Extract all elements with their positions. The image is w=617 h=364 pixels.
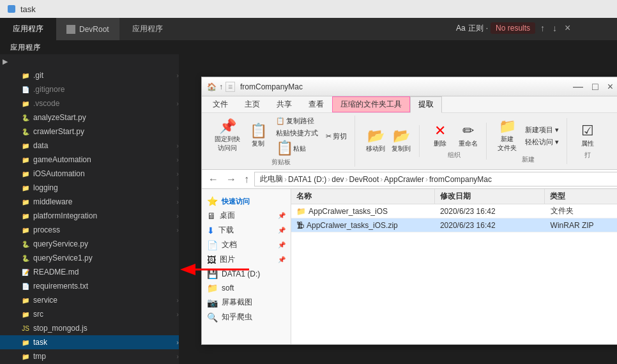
tree-item-label: .vscode — [33, 99, 59, 108]
find-up-button[interactable]: ↑ — [538, 22, 547, 34]
nav-zhihu[interactable]: 🔍 知乎爬虫 — [202, 310, 291, 324]
nav-data1[interactable]: 💾 DATA1 (D:) — [202, 267, 291, 281]
tree-item-task[interactable]: 📁 task › — [0, 335, 179, 349]
pasteshortcut-button[interactable]: 粘贴快捷方式 — [273, 128, 321, 139]
copy-button[interactable]: 📋 复制 — [245, 123, 271, 149]
tree-item-data[interactable]: 📁 data › — [0, 139, 179, 153]
path-dev: dev — [331, 175, 344, 184]
find-close-button[interactable]: × — [565, 22, 570, 34]
tab-label: 应用程序 — [13, 24, 43, 34]
tree-item-stopmongod[interactable]: JS stop_mongod.js — [0, 321, 179, 335]
drive-icon: 💾 — [207, 269, 218, 279]
props-button[interactable]: ☑ 属性 — [575, 123, 600, 149]
back-button[interactable]: ← — [206, 172, 221, 186]
tree-item-git[interactable]: 📁 .git › — [0, 68, 179, 82]
new-sub-group: 新建项目 ▾ 轻松访问 ▾ — [522, 125, 561, 148]
tree-item-vscode[interactable]: 📁 .vscode › — [0, 96, 179, 110]
tree-item-analyzestart[interactable]: 🐍 analyzeStart.py — [0, 110, 179, 125]
find-down-button[interactable]: ↓ — [550, 22, 560, 34]
delete-button[interactable]: ✕ 删除 — [427, 123, 453, 149]
maximize-button[interactable]: □ — [588, 80, 602, 94]
tree-item-middleware[interactable]: 📁 middleware › — [0, 195, 179, 209]
nav-screenshot[interactable]: 📷 屏幕截图 — [202, 295, 291, 310]
copypath-label: 复制路径 — [286, 116, 314, 126]
easyaccess-button[interactable]: 轻松访问 ▾ — [522, 137, 561, 148]
tree-item-src[interactable]: 📁 src › — [0, 307, 179, 321]
close-button[interactable]: × — [604, 80, 617, 94]
nav-desktop[interactable]: 🖥 桌面 📌 — [202, 208, 291, 223]
paste-group: 📋 复制路径 粘贴快捷方式 📋 粘贴 — [273, 116, 321, 156]
newfolder-button[interactable]: 📁 新建文件夹 — [494, 118, 520, 154]
file-row-folder[interactable]: 📁 AppCralwer_tasks_iOS 2020/6/23 16:42 文… — [291, 204, 617, 218]
tree-item-logging[interactable]: 📁 logging › — [0, 181, 179, 195]
copyto-label: 复制到 — [392, 144, 411, 153]
ribbon-group-items: ✕ 删除 ✏ 重命名 — [427, 123, 481, 149]
tree-item-label: requirements.txt — [33, 282, 88, 291]
tree-item-crawlerstart[interactable]: 🐍 crawlerStart.py — [0, 125, 179, 139]
minimize-button[interactable]: — — [569, 80, 587, 94]
tree-item-requirements[interactable]: 📄 requirements.txt — [0, 279, 179, 293]
mac-topbar: task — [0, 0, 617, 18]
path-appcrawler: AppCrawler — [384, 175, 424, 184]
ribbon-tab-file[interactable]: 文件 — [204, 96, 236, 112]
nav-downloads[interactable]: ⬇ 下载 📌 — [202, 223, 291, 238]
ribbon-tab-zip[interactable]: 压缩的文件夹工具 — [332, 96, 410, 112]
nav-soft[interactable]: 📁 soft — [202, 281, 291, 295]
tab-devroot[interactable]: DevRoot — [56, 18, 119, 40]
file-modified-cell: 2020/6/23 16:42 — [435, 220, 545, 231]
ribbon-tab-share[interactable]: 共享 — [268, 96, 300, 112]
path-sep: › — [425, 175, 428, 184]
ribbon-tab-home[interactable]: 主页 — [236, 96, 268, 112]
copyto-button[interactable]: 📂 复制到 — [388, 128, 414, 155]
tree-item-readme[interactable]: 📝 README.md — [0, 265, 179, 279]
tree-item-process[interactable]: 📁 process › — [0, 223, 179, 237]
explorer-titlebar: 🏠 ↑ ≡ fromCompanyMac — □ × — [202, 77, 617, 96]
py-icon: 🐍 — [20, 253, 31, 263]
screenshot-icon: 📷 — [207, 298, 218, 308]
tab-applications-2[interactable]: 应用程序 — [119, 18, 176, 40]
cut-button[interactable]: ✂ 剪切 — [323, 131, 349, 142]
nav-pictures[interactable]: 🖼 图片 📌 — [202, 252, 291, 267]
titlebar-buttons: — □ × — [569, 80, 617, 94]
address-path[interactable]: 此电脑 › DATA1 (D:) › dev › DevRoot › AppCr… — [254, 172, 617, 186]
ribbon-strip: 🏠 ↑ ≡ — [207, 82, 235, 92]
nav-label: soft — [222, 284, 234, 292]
newitem-button[interactable]: 新建项目 ▾ — [522, 125, 561, 135]
tree-item-tmp[interactable]: 📁 tmp › — [0, 349, 179, 363]
copypath-button[interactable]: 📋 复制路径 — [273, 116, 321, 126]
pin-button[interactable]: 📌 固定到快访问问 — [212, 118, 243, 154]
pin-icon: 📌 — [219, 119, 236, 133]
tree-item-gameautomation[interactable]: 📁 gameAutomation › — [0, 153, 179, 167]
rename-button[interactable]: ✏ 重命名 — [455, 123, 481, 149]
chevron-right-icon: › — [176, 156, 179, 163]
tree-item-service[interactable]: 📁 service › — [0, 293, 179, 307]
tree-item-queryservice[interactable]: 🐍 queryService.py — [0, 237, 179, 251]
tree-item-platformintegration[interactable]: 📁 platformIntegration › — [0, 209, 179, 223]
folder-icon: 📁 — [207, 283, 218, 293]
path-sep: › — [284, 175, 287, 184]
tree-item-queryservice1[interactable]: 🐍 queryService1.py — [0, 251, 179, 265]
pin-label: 固定到快访问问 — [215, 135, 240, 153]
nav-documents[interactable]: 📄 文档 📌 — [202, 238, 291, 252]
nav-quickaccess[interactable]: ⭐ 快速访问 — [202, 194, 291, 208]
tree-item-label: data — [33, 141, 48, 150]
tree-collapse-arrow[interactable]: ▶ — [0, 54, 179, 68]
path-fromcompanymac: fromCompanyMac — [429, 175, 492, 184]
nav-label: 桌面 — [220, 210, 235, 221]
tree-item-gitignore[interactable]: 📄 .gitignore — [0, 82, 179, 96]
ribbon-tab-extract[interactable]: 提取 — [410, 96, 442, 113]
tree-item-iosautomation[interactable]: 📁 iOSAutomation › — [0, 167, 179, 181]
ribbon-tab-view[interactable]: 查看 — [300, 96, 332, 112]
tree-item-label: tmp — [33, 352, 46, 361]
forward-button[interactable]: → — [224, 172, 239, 186]
header-type: 类型 — [545, 189, 617, 204]
paste-button[interactable]: 📋 粘贴 — [273, 140, 321, 156]
ribbon-home-icon: 🏠 — [207, 82, 217, 91]
up-button[interactable]: ↑ — [241, 172, 252, 186]
filelist-header: 名称 修改日期 类型 — [291, 189, 617, 204]
ribbon-content: 📌 固定到快访问问 📋 复制 📋 复制路径 粘贴快捷方式 — [202, 113, 617, 169]
nav-label: 图片 — [220, 254, 235, 265]
file-row-zip[interactable]: 🗜 AppCralwer_tasks_iOS.zip 2020/6/23 16:… — [291, 218, 617, 232]
moveto-button[interactable]: 📂 移动到 — [363, 128, 388, 155]
tab-applications-1[interactable]: 应用程序 — [0, 18, 56, 40]
